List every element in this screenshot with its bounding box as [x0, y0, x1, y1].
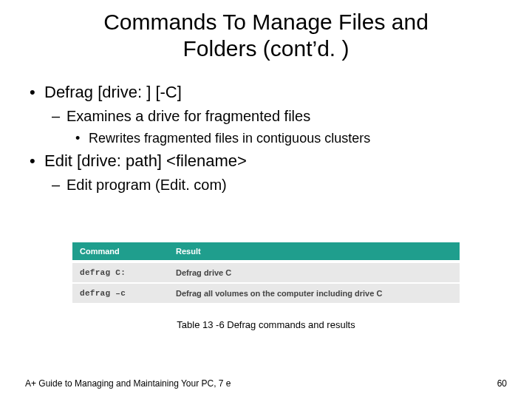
- table-caption: Table 13 -6 Defrag commands and results: [0, 319, 532, 330]
- slide-title: Commands To Manage Files and Folders (co…: [0, 9, 532, 62]
- cell-result: Defrag drive C: [168, 262, 460, 283]
- bullet-level3: Rewrites fragmented files in contiguous …: [25, 129, 513, 147]
- table-row: defrag –c Defrag all volumes on the comp…: [72, 283, 460, 303]
- bullet-text: Rewrites fragmented files in contiguous …: [89, 131, 370, 146]
- bullet-content: Defrag [drive: ] [-C] Examines a drive f…: [25, 81, 513, 198]
- bullet-text: Edit program (Edit. com): [66, 177, 227, 193]
- cell-command: defrag C:: [72, 262, 168, 283]
- bullet-level2: Edit program (Edit. com): [25, 175, 513, 195]
- page-number: 60: [497, 378, 507, 389]
- footer-text: A+ Guide to Managing and Maintaining You…: [25, 378, 231, 389]
- title-line-1: Commands To Manage Files and: [103, 10, 429, 34]
- bullet-level2: Examines a drive for fragmented files: [25, 106, 513, 126]
- cell-result: Defrag all volumes on the computer inclu…: [168, 283, 460, 303]
- slide: Commands To Manage Files and Folders (co…: [0, 0, 532, 399]
- table-row: defrag C: Defrag drive C: [72, 262, 460, 283]
- table-header-row: Command Result: [72, 242, 460, 262]
- bullet-level1: Defrag [drive: ] [-C]: [25, 81, 513, 103]
- header-command: Command: [72, 242, 168, 262]
- header-result: Result: [168, 242, 460, 262]
- bullet-text: Examines a drive for fragmented files: [66, 108, 310, 124]
- bullet-level1: Edit [drive: path] <filename>: [25, 150, 513, 172]
- title-line-2: Folders (cont’d. ): [183, 36, 349, 61]
- bullet-text: Defrag [drive: ] [-C]: [44, 83, 182, 101]
- cell-command: defrag –c: [72, 283, 168, 303]
- defrag-table: Command Result defrag C: Defrag drive C …: [72, 242, 460, 303]
- bullet-text: Edit [drive: path] <filename>: [44, 151, 247, 170]
- command-table: Command Result defrag C: Defrag drive C …: [72, 242, 460, 303]
